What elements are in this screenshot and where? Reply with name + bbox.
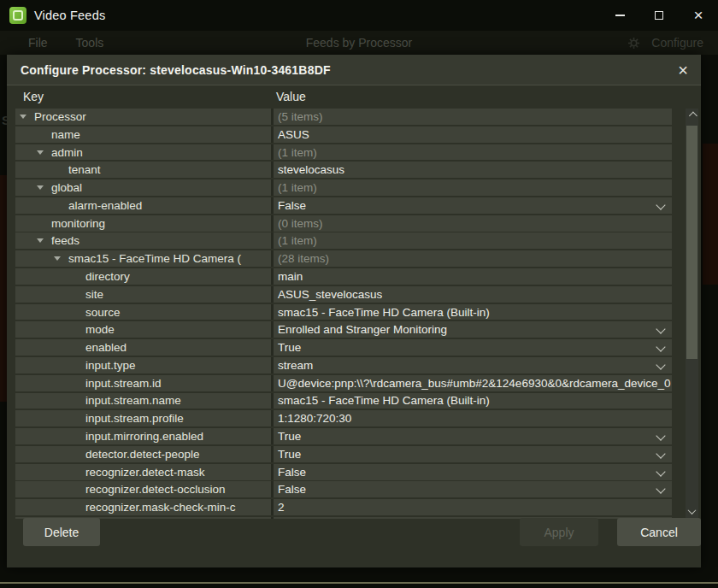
maximize-button[interactable] xyxy=(639,0,679,31)
chevron-down-icon[interactable] xyxy=(656,360,665,369)
table-row[interactable]: smac15 - FaceTime HD Camera ((28 items) xyxy=(15,250,685,267)
menu-tools[interactable]: Tools xyxy=(76,36,104,50)
key-column-header: Key xyxy=(23,90,44,103)
row-value: (1 item) xyxy=(278,234,317,247)
tree-table-body: Processor(5 items)nameASUSadmin(1 item)t… xyxy=(15,109,685,519)
table-row[interactable]: recognizer.mask-check-min-c2 xyxy=(15,499,685,515)
table-row[interactable]: input.mirroring.enabledTrue xyxy=(15,428,685,444)
chevron-down-icon[interactable] xyxy=(656,449,665,458)
table-row[interactable]: Processor(5 items) xyxy=(15,109,685,125)
dialog-footer: Delete Apply Cancel xyxy=(7,518,701,567)
row-key: enabled xyxy=(85,341,127,354)
row-key: input.stream.id xyxy=(85,377,162,390)
row-value: main xyxy=(278,270,303,283)
row-value: Enrolled and Stranger Monitoring xyxy=(278,323,447,336)
minimize-button[interactable] xyxy=(600,0,639,31)
table-row[interactable]: admin(1 item) xyxy=(15,144,685,161)
expander-triangle-icon[interactable] xyxy=(54,256,61,261)
row-key: recognizer.detect-mask xyxy=(85,466,205,479)
row-value: 2 xyxy=(278,501,285,514)
chevron-down-icon[interactable] xyxy=(656,467,665,476)
row-value: stream xyxy=(278,359,313,372)
dialog-close-button[interactable]: × xyxy=(670,57,696,83)
row-value: True xyxy=(278,448,301,461)
table-row[interactable]: enabledTrue xyxy=(15,339,685,356)
maximize-icon xyxy=(655,11,663,20)
table-row[interactable]: feeds(1 item) xyxy=(15,232,685,249)
chevron-down-icon xyxy=(688,506,697,514)
table-row[interactable]: directorymain xyxy=(15,268,685,285)
minimize-icon xyxy=(615,15,625,15)
chevron-down-icon[interactable] xyxy=(656,485,665,494)
table-row[interactable]: sourcesmac15 - FaceTime HD Camera (Built… xyxy=(15,304,685,320)
expander-triangle-icon[interactable] xyxy=(37,185,44,190)
table-row[interactable]: input.stream.namesmac15 - FaceTime HD Ca… xyxy=(15,393,685,409)
chevron-down-icon[interactable] xyxy=(656,431,665,440)
row-value: (1 item) xyxy=(278,146,317,159)
row-key: input.stream.profile xyxy=(85,412,184,425)
expander-triangle-icon[interactable] xyxy=(37,238,44,243)
value-column-header: Value xyxy=(276,90,306,103)
row-key: input.type xyxy=(85,359,136,372)
delete-button[interactable]: Delete xyxy=(23,518,100,546)
row-key: smac15 - FaceTime HD Camera ( xyxy=(68,252,241,265)
row-value: False xyxy=(278,483,306,496)
window-title: Video Feeds xyxy=(34,9,105,22)
dialog-header: Configure Processor: stevelocasus-Win10-… xyxy=(7,55,701,85)
row-key: feeds xyxy=(51,234,79,247)
table-row[interactable]: recognizer.detect-occlusionFalse xyxy=(15,481,685,497)
row-key: admin xyxy=(51,146,83,159)
row-key: recognizer.detect-occlusion xyxy=(85,483,226,496)
row-key: source xyxy=(85,306,121,319)
chevron-down-icon[interactable] xyxy=(656,342,665,351)
row-key: name xyxy=(51,128,80,141)
apply-button[interactable]: Apply xyxy=(520,518,598,546)
row-value: (1 item) xyxy=(278,181,317,194)
row-value: (28 items) xyxy=(278,252,329,265)
row-value: 1:1280:720:30 xyxy=(278,412,351,425)
close-icon: × xyxy=(693,7,703,23)
background-content-left xyxy=(0,175,7,402)
table-row[interactable]: tenantstevelocasus xyxy=(15,162,685,178)
table-row[interactable]: detector.detect-peopleTrue xyxy=(15,446,685,462)
column-headers: Key Value xyxy=(7,85,701,109)
configure-button[interactable]: Configure xyxy=(628,31,703,55)
table-row[interactable]: global(1 item) xyxy=(15,179,685,196)
table-row[interactable]: recognizer.detect-maskFalse xyxy=(15,464,685,480)
row-key: recognizer.mask-check-min-c xyxy=(85,501,236,514)
table-row[interactable]: alarm-enabledFalse xyxy=(15,197,685,214)
background-content-right xyxy=(703,144,718,285)
expander-triangle-icon[interactable] xyxy=(37,150,44,155)
expander-triangle-icon[interactable] xyxy=(20,115,26,119)
table-row[interactable]: nameASUS xyxy=(15,126,685,143)
cancel-button[interactable]: Cancel xyxy=(617,518,701,546)
row-value: False xyxy=(278,466,306,479)
row-value: stevelocasus xyxy=(278,163,344,176)
window-close-button[interactable]: × xyxy=(679,0,718,31)
scrollbar[interactable] xyxy=(686,109,698,519)
chevron-up-icon xyxy=(689,112,697,121)
menubar: File Tools Feeds by Processor Configure xyxy=(0,31,718,55)
close-icon: × xyxy=(678,62,688,79)
row-key: tenant xyxy=(68,163,101,176)
chevron-down-icon[interactable] xyxy=(656,200,665,209)
scrollbar-thumb[interactable] xyxy=(686,126,697,359)
titlebar: Video Feeds × xyxy=(0,0,718,31)
background-divider xyxy=(0,582,718,584)
row-value: U@device:pnp:\\?\rdcamera_bus#umb#2&124e… xyxy=(278,377,671,390)
table-row[interactable]: input.stream.idU@device:pnp:\\?\rdcamera… xyxy=(15,375,685,391)
table-row[interactable]: siteASUS_stevelocasus xyxy=(15,286,685,303)
menu-file[interactable]: File xyxy=(28,36,48,50)
table-row[interactable]: input.stream.profile1:1280:720:30 xyxy=(15,410,685,426)
scroll-down-button[interactable] xyxy=(686,504,698,519)
row-value: ASUS xyxy=(278,128,309,141)
configure-processor-dialog: Configure Processor: stevelocasus-Win10-… xyxy=(7,55,701,567)
scroll-up-button[interactable] xyxy=(686,109,698,123)
table-row[interactable]: input.typestream xyxy=(15,357,685,373)
table-row[interactable]: modeEnrolled and Stranger Monitoring xyxy=(15,321,685,338)
app-logo-icon xyxy=(9,7,26,24)
table-row[interactable]: monitoring(0 items) xyxy=(15,215,685,232)
row-key: monitoring xyxy=(51,217,105,230)
row-key: detector.detect-people xyxy=(85,448,200,461)
chevron-down-icon[interactable] xyxy=(656,325,665,334)
